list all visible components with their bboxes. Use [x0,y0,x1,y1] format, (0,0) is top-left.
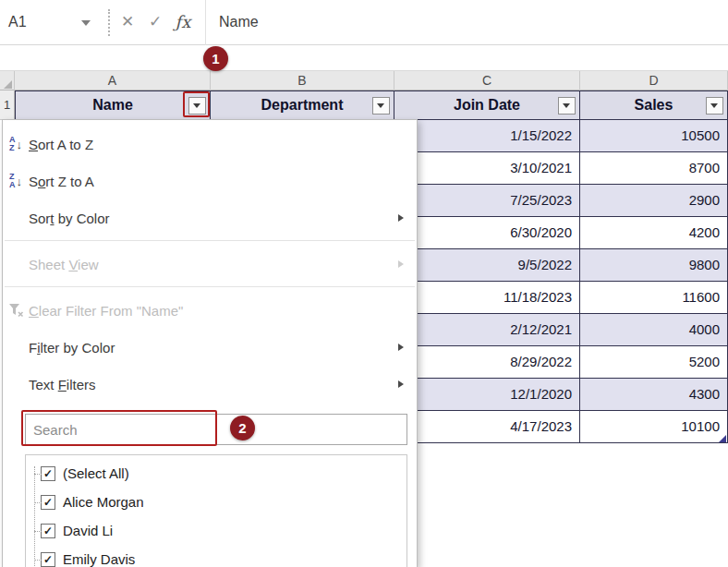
enter-icon[interactable]: ✓ [144,0,166,44]
excel-window: A1 ✕ ✓ ƒx Name A B C D 1 Name Department… [0,0,728,567]
list-item-label: David Li [63,523,113,538]
column-header-b[interactable]: B [211,71,394,90]
sales-cell[interactable]: 5200 [580,346,728,379]
menu-item-filter-by-color[interactable]: Filter by Color [3,329,417,366]
list-item-label: (Select All) [63,465,129,481]
submenu-arrow-icon [398,214,404,222]
search-input[interactable] [25,414,407,445]
column-header-c[interactable]: C [394,71,580,90]
clear-filter-icon [3,303,29,318]
checkbox-checked[interactable]: ✓ [41,524,55,538]
down-arrow-icon: ↓ [17,175,23,187]
menu-item-sort-by-color[interactable]: Sort by Color [3,199,417,236]
menu-separator [5,286,415,287]
table-resize-handle[interactable] [719,435,726,442]
filter-dropdown-menu: AZ ↓ Sort A to Z ZA ↓ Sort Z to A Sort b… [2,119,418,567]
join-date-cell[interactable]: 2/12/2021 [395,314,580,346]
list-item-label: Emily Davis [63,551,135,567]
submenu-arrow-icon [398,380,404,388]
cancel-icon[interactable]: ✕ [116,0,139,44]
join-date-cell[interactable]: 9/5/2022 [395,249,580,282]
checkbox-checked[interactable]: ✓ [41,552,55,567]
header-cell-name[interactable]: Name [15,90,211,120]
join-date-cell[interactable]: 7/25/2023 [395,185,580,217]
sort-za-icon: ZA ↓ [3,173,29,189]
list-item-emily-davis[interactable]: ✓ Emily Davis [26,545,406,567]
join-date-cell[interactable]: 1/15/2022 [395,120,580,152]
menu-item-label: Filter by Color [29,340,115,356]
join-date-cell[interactable]: 12/1/2020 [395,379,580,411]
menu-item-label: Sheet View [29,257,99,272]
name-box-dropdown-icon[interactable] [81,20,91,26]
menu-item-text-filters[interactable]: Text Filters [3,366,417,403]
sort-az-letters: AZ [9,136,16,152]
filter-button-join-date[interactable] [558,97,576,115]
header-cell-department[interactable]: Department [211,90,394,120]
sales-cell[interactable]: 10500 [580,120,728,152]
formula-input[interactable]: Name [219,0,259,44]
header-cell-sales[interactable]: Sales [580,90,728,120]
sales-cell[interactable]: 4000 [580,314,728,346]
menu-item-label: Text Filters [29,377,96,392]
menu-separator [5,240,415,241]
list-item-david-li[interactable]: ✓ David Li [26,516,406,545]
header-cell-join-date[interactable]: Join Date [394,90,580,120]
checkbox-checked[interactable]: ✓ [41,495,55,510]
name-box-resize-handle[interactable] [108,9,110,36]
filter-value-list: ✓ (Select All) ✓ Alice Morgan ✓ David Li… [25,454,407,567]
sort-az-icon: AZ ↓ [3,136,29,152]
header-label-name: Name [92,97,133,113]
column-header-band: A B C D [0,70,728,90]
select-all-corner[interactable] [0,71,15,90]
sales-cell[interactable]: 4200 [580,217,728,249]
sort-za-letters: ZA [9,173,16,189]
sales-cell[interactable]: 8700 [580,152,728,185]
insert-function-icon[interactable]: ƒx [172,0,194,44]
header-label-department: Department [261,97,344,113]
menu-item-label: Sort by Color [29,211,110,226]
menu-item-clear-filter: Clear Filter From "Name" [3,292,417,329]
sales-cell[interactable]: 11600 [580,282,728,314]
join-date-cell[interactable]: 6/30/2020 [395,217,580,249]
menu-item-label: Sort Z to A [29,174,94,189]
down-arrow-icon: ↓ [17,139,23,151]
join-date-cell[interactable]: 11/18/2023 [395,282,580,314]
annotation-step-1-badge: 1 [203,46,228,71]
join-date-cell[interactable]: 8/29/2022 [395,346,580,379]
join-date-cell[interactable]: 4/17/2023 [395,411,580,443]
menu-item-sort-a-to-z[interactable]: AZ ↓ Sort A to Z [3,126,417,163]
checkbox-checked[interactable]: ✓ [41,466,55,481]
column-header-a[interactable]: A [15,71,211,90]
join-date-column: 1/15/2022 3/10/2021 7/25/2023 6/30/2020 … [394,120,580,443]
submenu-arrow-icon [398,260,404,268]
row-header-1[interactable]: 1 [0,90,15,120]
menu-item-sheet-view: Sheet View [3,246,417,283]
sales-column: 10500 8700 2900 4200 9800 11600 4000 520… [580,120,728,443]
sales-cell[interactable]: 4300 [580,379,728,411]
filter-button-sales[interactable] [706,97,723,115]
menu-item-label: Clear Filter From "Name" [29,303,183,319]
name-box[interactable]: A1 [0,0,102,45]
header-label-join-date: Join Date [454,97,520,113]
list-item-label: Alice Morgan [63,494,144,510]
column-header-d[interactable]: D [580,71,728,90]
header-label-sales: Sales [635,97,673,113]
formula-bar: A1 ✕ ✓ ƒx Name [0,0,728,45]
formula-bar-divider [205,0,206,45]
search-box-container [25,414,407,445]
list-item-alice-morgan[interactable]: ✓ Alice Morgan [26,488,406,516]
sales-cell[interactable]: 9800 [580,249,728,282]
join-date-cell[interactable]: 3/10/2021 [395,152,580,185]
filter-button-department[interactable] [372,97,390,115]
menu-item-sort-z-to-a[interactable]: ZA ↓ Sort Z to A [3,163,417,199]
name-box-value: A1 [8,0,27,44]
menu-item-label: Sort A to Z [29,137,93,152]
list-item-select-all[interactable]: ✓ (Select All) [26,459,406,488]
submenu-arrow-icon [398,344,404,351]
select-all-triangle-icon [4,80,12,89]
filter-button-name[interactable] [188,97,206,115]
sales-cell[interactable]: 2900 [580,185,728,217]
sales-cell[interactable]: 10100 [580,411,728,443]
